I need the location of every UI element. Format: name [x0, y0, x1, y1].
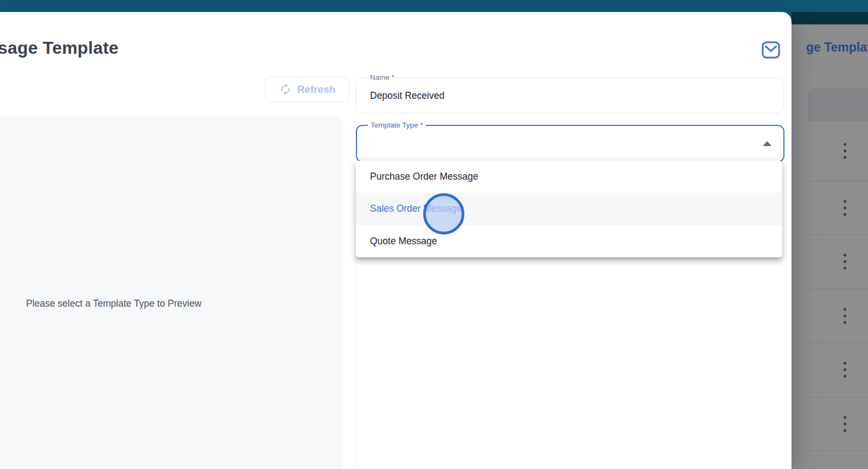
envelope-icon	[762, 41, 780, 59]
name-field-value: Deposit Received	[370, 78, 444, 113]
message-template-dialog: sage Template Refresh Name * Deposit Rec…	[0, 12, 792, 469]
refresh-button-label: Refresh	[297, 84, 336, 96]
caret-up-icon	[763, 141, 771, 146]
click-indicator	[423, 193, 464, 234]
refresh-icon	[279, 83, 292, 96]
menu-item-purchase-order-message[interactable]: Purchase Order Message	[356, 161, 782, 193]
refresh-button[interactable]: Refresh	[265, 77, 350, 102]
preview-placeholder-text: Please select a Template Type to Preview	[26, 298, 201, 309]
modal-backdrop[interactable]	[792, 12, 868, 469]
template-type-label: Template Type *	[368, 121, 426, 130]
divider	[356, 257, 357, 469]
dialog-title: sage Template	[0, 38, 119, 58]
name-field[interactable]: Name * Deposit Received	[356, 78, 783, 113]
preview-panel: Please select a Template Type to Preview	[0, 116, 343, 469]
menu-item-sales-order-message[interactable]: Sales Order Message	[356, 193, 782, 225]
mail-icon-button[interactable]	[760, 39, 782, 61]
menu-item-quote-message[interactable]: Quote Message	[356, 225, 782, 257]
template-type-select[interactable]: Template Type *	[356, 125, 784, 162]
template-type-menu: Purchase Order Message Sales Order Messa…	[356, 161, 782, 257]
